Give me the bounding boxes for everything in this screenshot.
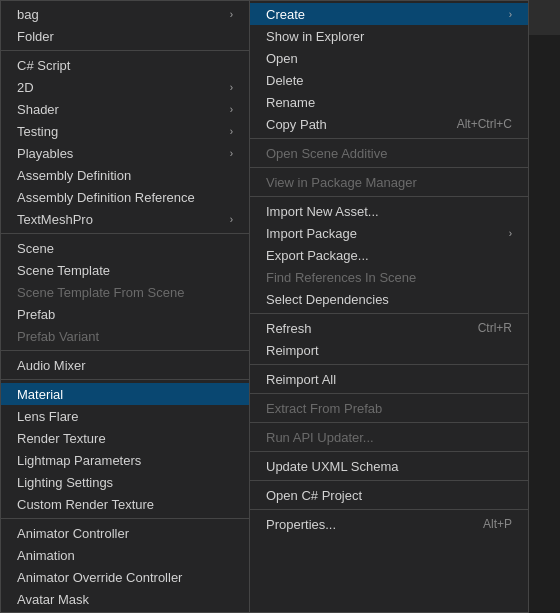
submenu-arrow-icon: › bbox=[509, 228, 512, 239]
context-menu-container: bag›FolderC# Script2D›Shader›Testing›Pla… bbox=[0, 0, 529, 613]
menu-item-label: Testing bbox=[17, 124, 58, 139]
left-menu-item[interactable]: Scene Template bbox=[1, 259, 249, 281]
menu-item-label: Export Package... bbox=[266, 248, 369, 263]
left-menu-item[interactable]: Assembly Definition Reference bbox=[1, 186, 249, 208]
left-menu-item: Scene Template From Scene bbox=[1, 281, 249, 303]
menu-item-label: Playables bbox=[17, 146, 73, 161]
menu-item-label: Create bbox=[266, 7, 305, 22]
menu-item-label: Update UXML Schema bbox=[266, 459, 398, 474]
menu-item-label: Animator Override Controller bbox=[17, 570, 182, 585]
menu-item-label: Assembly Definition bbox=[17, 168, 131, 183]
right-menu-item: Extract From Prefab bbox=[250, 397, 528, 419]
menu-item-label: Scene bbox=[17, 241, 54, 256]
right-menu: Create›Show in ExplorerOpenDeleteRenameC… bbox=[249, 0, 529, 613]
left-menu-item[interactable]: Animator Controller bbox=[1, 522, 249, 544]
left-menu-item[interactable]: C# Script bbox=[1, 54, 249, 76]
left-menu-item[interactable]: Shader› bbox=[1, 98, 249, 120]
menu-item-label: Import Package bbox=[266, 226, 357, 241]
left-menu-item[interactable]: Lightmap Parameters bbox=[1, 449, 249, 471]
menu-item-label: Reimport All bbox=[266, 372, 336, 387]
menu-separator bbox=[250, 364, 528, 365]
menu-separator bbox=[1, 379, 249, 380]
left-menu-item[interactable]: Folder bbox=[1, 25, 249, 47]
menu-item-label: Reimport bbox=[266, 343, 319, 358]
right-menu-item[interactable]: Import Package› bbox=[250, 222, 528, 244]
menu-item-label: Lightmap Parameters bbox=[17, 453, 141, 468]
left-menu: bag›FolderC# Script2D›Shader›Testing›Pla… bbox=[0, 0, 250, 613]
menu-item-label: Open Scene Additive bbox=[266, 146, 387, 161]
menu-item-label: Extract From Prefab bbox=[266, 401, 382, 416]
menu-item-label: Prefab Variant bbox=[17, 329, 99, 344]
menu-item-label: Prefab bbox=[17, 307, 55, 322]
left-menu-item[interactable]: Playables› bbox=[1, 142, 249, 164]
menu-item-label: View in Package Manager bbox=[266, 175, 417, 190]
right-menu-item[interactable]: Show in Explorer bbox=[250, 25, 528, 47]
menu-separator bbox=[1, 50, 249, 51]
keyboard-shortcut: Alt+Ctrl+C bbox=[457, 117, 512, 131]
submenu-arrow-icon: › bbox=[230, 104, 233, 115]
menu-separator bbox=[250, 480, 528, 481]
menu-separator bbox=[250, 196, 528, 197]
left-menu-item[interactable]: TextMeshPro› bbox=[1, 208, 249, 230]
right-menu-item[interactable]: Reimport bbox=[250, 339, 528, 361]
menu-item-label: Render Texture bbox=[17, 431, 106, 446]
left-menu-item[interactable]: Custom Render Texture bbox=[1, 493, 249, 515]
menu-item-label: Material bbox=[17, 387, 63, 402]
right-menu-item[interactable]: Update UXML Schema bbox=[250, 455, 528, 477]
left-menu-item[interactable]: Avatar Mask bbox=[1, 588, 249, 610]
right-menu-item[interactable]: Import New Asset... bbox=[250, 200, 528, 222]
menu-item-label: Refresh bbox=[266, 321, 312, 336]
right-menu-item[interactable]: Create› bbox=[250, 3, 528, 25]
right-menu-item[interactable]: Reimport All bbox=[250, 368, 528, 390]
right-menu-item[interactable]: Properties...Alt+P bbox=[250, 513, 528, 535]
left-menu-item[interactable]: Testing› bbox=[1, 120, 249, 142]
left-menu-item[interactable]: 2D› bbox=[1, 76, 249, 98]
left-menu-item[interactable]: Animation bbox=[1, 544, 249, 566]
right-menu-item: Run API Updater... bbox=[250, 426, 528, 448]
left-menu-item[interactable]: Assembly Definition bbox=[1, 164, 249, 186]
menu-separator bbox=[1, 350, 249, 351]
left-menu-item[interactable]: Audio Mixer bbox=[1, 354, 249, 376]
right-menu-item[interactable]: Select Dependencies bbox=[250, 288, 528, 310]
menu-separator bbox=[250, 313, 528, 314]
right-menu-item[interactable]: Copy PathAlt+Ctrl+C bbox=[250, 113, 528, 135]
right-menu-item[interactable]: Delete bbox=[250, 69, 528, 91]
left-menu-item[interactable]: Material bbox=[1, 383, 249, 405]
menu-item-label: Rename bbox=[266, 95, 315, 110]
left-menu-item[interactable]: Animator Override Controller bbox=[1, 566, 249, 588]
right-menu-item: Find References In Scene bbox=[250, 266, 528, 288]
left-menu-item[interactable]: bag› bbox=[1, 3, 249, 25]
menu-item-label: Copy Path bbox=[266, 117, 327, 132]
left-menu-item[interactable]: Prefab bbox=[1, 303, 249, 325]
submenu-arrow-icon: › bbox=[230, 82, 233, 93]
menu-separator bbox=[250, 393, 528, 394]
menu-separator bbox=[1, 233, 249, 234]
right-menu-item: View in Package Manager bbox=[250, 171, 528, 193]
menu-item-label: Run API Updater... bbox=[266, 430, 374, 445]
left-menu-item[interactable]: Scene bbox=[1, 237, 249, 259]
menu-item-label: Folder bbox=[17, 29, 54, 44]
menu-separator bbox=[250, 422, 528, 423]
menu-item-label: Import New Asset... bbox=[266, 204, 379, 219]
menu-item-label: Scene Template From Scene bbox=[17, 285, 184, 300]
menu-item-label: Find References In Scene bbox=[266, 270, 416, 285]
right-menu-item[interactable]: RefreshCtrl+R bbox=[250, 317, 528, 339]
menu-item-label: TextMeshPro bbox=[17, 212, 93, 227]
submenu-arrow-icon: › bbox=[230, 126, 233, 137]
menu-separator bbox=[250, 167, 528, 168]
menu-item-label: C# Script bbox=[17, 58, 70, 73]
menu-item-label: Avatar Mask bbox=[17, 592, 89, 607]
right-menu-item[interactable]: Open bbox=[250, 47, 528, 69]
left-menu-item[interactable]: Lens Flare bbox=[1, 405, 249, 427]
keyboard-shortcut: Ctrl+R bbox=[478, 321, 512, 335]
menu-separator bbox=[250, 138, 528, 139]
right-menu-item[interactable]: Export Package... bbox=[250, 244, 528, 266]
menu-item-label: Animation bbox=[17, 548, 75, 563]
right-menu-item[interactable]: Rename bbox=[250, 91, 528, 113]
menu-item-label: Delete bbox=[266, 73, 304, 88]
left-menu-item[interactable]: Render Texture bbox=[1, 427, 249, 449]
menu-item-label: Open bbox=[266, 51, 298, 66]
submenu-arrow-icon: › bbox=[509, 9, 512, 20]
right-menu-item[interactable]: Open C# Project bbox=[250, 484, 528, 506]
left-menu-item[interactable]: Lighting Settings bbox=[1, 471, 249, 493]
